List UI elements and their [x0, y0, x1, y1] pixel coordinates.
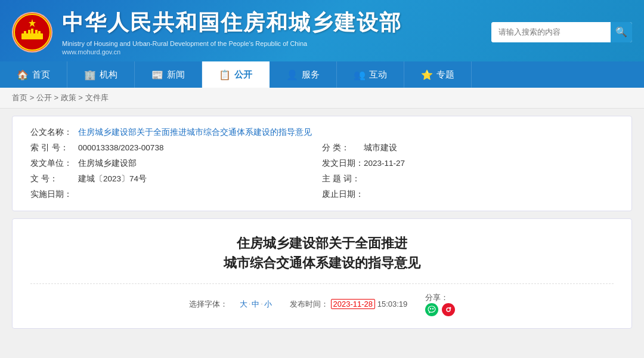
header-left: 中华人民共和国住房和城乡建设部 Ministry of Housing and …: [12, 8, 402, 55]
info-columns: 索 引 号： 000013338/2023-00738 发文单位： 住房城乡建设…: [30, 143, 614, 200]
publish-time-label: 发布时间：: [290, 300, 329, 308]
info-col-left: 索 引 号： 000013338/2023-00738 发文单位： 住房城乡建设…: [30, 143, 322, 200]
search-input[interactable]: [491, 22, 611, 42]
svg-point-12: [450, 307, 451, 309]
nav-item-special[interactable]: ⭐ 专题: [404, 61, 472, 88]
issuedate-value: 2023-11-27: [364, 159, 405, 168]
svg-rect-5: [31, 29, 33, 35]
subject-label: 主 题 词：: [322, 174, 364, 184]
breadcrumb-open[interactable]: 公开: [36, 93, 52, 102]
share-label: 分享：: [425, 293, 448, 302]
share-icons: [425, 303, 455, 316]
info-row-docname: 公文名称： 住房城乡建设部关于全面推进城市综合交通体系建设的指导意见: [30, 127, 614, 138]
info-row-docnumber: 文 号： 建城〔2023〕74号: [30, 174, 322, 184]
nav-item-service[interactable]: 👤 服务: [270, 61, 337, 88]
site-url: www.mohurd.gov.cn: [62, 48, 402, 55]
info-row-subject: 主 题 词：: [322, 174, 614, 184]
nav-label-service: 服务: [302, 69, 320, 81]
info-row-issuedate: 发文日期： 2023-11-27: [322, 158, 614, 169]
header-search: 🔍: [491, 22, 632, 42]
doc-title: 住房城乡建设部关于全面推进 城市综合交通体系建设的指导意见: [30, 233, 614, 273]
issuer-value: 住房城乡建设部: [78, 158, 137, 169]
nav-item-open[interactable]: 📋 公开: [202, 61, 270, 88]
home-icon: 🏠: [17, 69, 29, 81]
special-icon: ⭐: [421, 69, 433, 81]
nav-label-interact: 互动: [369, 69, 387, 81]
breadcrumb-sep-2: >: [54, 93, 60, 102]
share-section: 分享：: [425, 292, 455, 316]
font-small-option[interactable]: 小: [264, 299, 272, 310]
doc-title-line2: 城市综合交通体系建设的指导意见: [30, 253, 614, 273]
svg-point-9: [430, 308, 431, 309]
info-col-right: 分 类： 城市建设 发文日期： 2023-11-27 主 题 词： 废止日期：: [322, 143, 614, 200]
font-sep-1: ·: [249, 299, 251, 310]
search-box: 🔍: [491, 22, 632, 42]
breadcrumb-policy[interactable]: 政策: [61, 93, 76, 102]
interact-icon: 👥: [354, 69, 366, 81]
header: 中华人民共和国住房和城乡建设部 Ministry of Housing and …: [0, 0, 644, 61]
font-size-options: 大 · 中 · 小: [240, 299, 272, 310]
category-value: 城市建设: [364, 143, 397, 153]
publish-time-val: 15:03:19: [377, 300, 408, 308]
nav-label-special: 专题: [436, 69, 454, 81]
nav-label-open: 公开: [234, 69, 252, 81]
info-row-effective: 实施日期：: [30, 189, 322, 200]
index-value: 000013338/2023-00738: [78, 143, 163, 152]
breadcrumb-current: 文件库: [85, 93, 109, 102]
nav-label-institution: 机构: [100, 69, 117, 81]
nav-item-institution[interactable]: 🏢 机构: [67, 61, 135, 88]
breadcrumb-home[interactable]: 首页: [12, 93, 27, 102]
info-row-expiry: 废止日期：: [322, 189, 614, 200]
breadcrumb-sep-3: >: [78, 93, 85, 102]
logo-emblem: [12, 12, 52, 53]
expiry-label: 废止日期：: [322, 189, 364, 200]
share-wechat-button[interactable]: [425, 303, 438, 316]
search-icon: 🔍: [615, 26, 627, 38]
font-medium-option[interactable]: 中: [252, 299, 259, 310]
main-content: 公文名称： 住房城乡建设部关于全面推进城市综合交通体系建设的指导意见 索 引 号…: [0, 109, 644, 336]
nav-item-news[interactable]: 📰 新闻: [135, 61, 202, 88]
header-title-block: 中华人民共和国住房和城乡建设部 Ministry of Housing and …: [62, 8, 402, 55]
effective-label: 实施日期：: [30, 189, 78, 200]
svg-rect-7: [38, 31, 41, 35]
docnumber-value: 建城〔2023〕74号: [78, 174, 147, 184]
open-icon: 📋: [219, 69, 231, 81]
info-card: 公文名称： 住房城乡建设部关于全面推进城市综合交通体系建设的指导意见 索 引 号…: [12, 116, 632, 211]
issuer-label: 发文单位：: [30, 158, 78, 169]
site-title-cn: 中华人民共和国住房和城乡建设部: [62, 8, 402, 38]
breadcrumb: 首页 > 公开 > 政策 > 文件库: [0, 88, 644, 109]
docname-value[interactable]: 住房城乡建设部关于全面推进城市综合交通体系建设的指导意见: [78, 127, 312, 138]
institution-icon: 🏢: [84, 69, 96, 81]
doc-title-line1: 住房城乡建设部关于全面推进: [30, 233, 614, 253]
nav-item-interact[interactable]: 👥 互动: [337, 61, 404, 88]
publish-date: 2023-11-28: [331, 299, 376, 309]
main-nav: 🏠 首页 🏢 机构 📰 新闻 📋 公开 👤 服务 👥 互动 ⭐ 专题: [0, 61, 644, 88]
info-row-category: 分 类： 城市建设: [322, 143, 614, 153]
share-weibo-button[interactable]: [442, 303, 455, 316]
svg-rect-4: [28, 30, 30, 35]
category-label: 分 类：: [322, 143, 364, 153]
docname-label: 公文名称：: [30, 127, 78, 138]
docnumber-label: 文 号：: [30, 174, 78, 184]
font-size-label: 选择字体：: [189, 299, 228, 310]
breadcrumb-sep-1: >: [30, 93, 36, 102]
nav-item-home[interactable]: 🏠 首页: [0, 61, 67, 88]
doc-meta: 选择字体： 大 · 中 · 小 发布时间： 2023-11-28 15:03:1…: [30, 283, 614, 316]
site-title-en: Ministry of Housing and Urban-Rural Deve…: [62, 40, 402, 47]
font-sep-2: ·: [261, 299, 263, 310]
svg-rect-6: [35, 30, 38, 35]
issuedate-label: 发文日期：: [322, 158, 364, 169]
publish-time-section: 发布时间： 2023-11-28 15:03:19: [290, 299, 407, 310]
svg-point-10: [432, 308, 434, 309]
nav-label-home: 首页: [32, 69, 50, 81]
font-large-option[interactable]: 大: [240, 299, 247, 310]
nav-label-news: 新闻: [167, 69, 185, 81]
news-icon: 📰: [151, 69, 163, 81]
search-button[interactable]: 🔍: [611, 22, 632, 42]
service-icon: 👤: [286, 69, 298, 81]
svg-rect-3: [24, 31, 26, 35]
doc-card: 住房城乡建设部关于全面推进 城市综合交通体系建设的指导意见 选择字体： 大 · …: [12, 218, 632, 329]
index-label: 索 引 号：: [30, 143, 78, 153]
info-row-issuer: 发文单位： 住房城乡建设部: [30, 158, 322, 169]
info-row-index: 索 引 号： 000013338/2023-00738: [30, 143, 322, 153]
